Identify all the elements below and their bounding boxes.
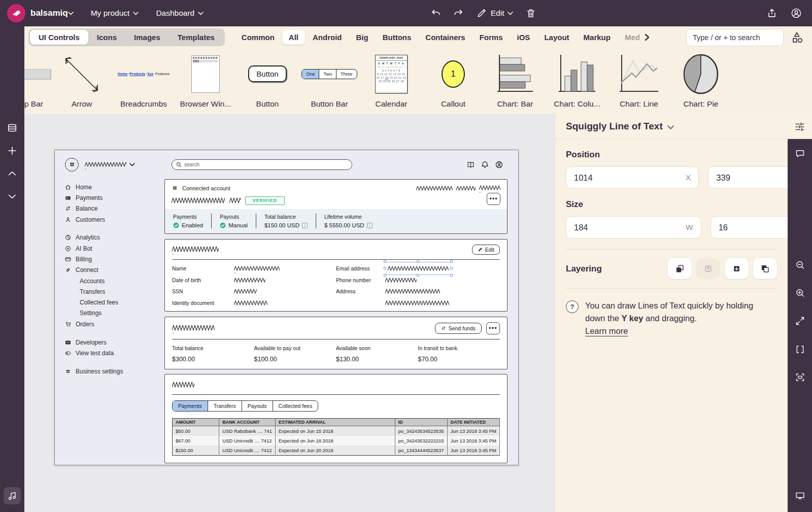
payments-table-panel[interactable]: Payments Transfers Payouts Collected fee… xyxy=(164,374,507,463)
edit-mode-menu[interactable]: Edit xyxy=(476,8,514,19)
edit-button[interactable]: Edit xyxy=(472,245,500,255)
mockup-nav-item[interactable]: Payments xyxy=(65,192,164,203)
mockup-logo-icon[interactable] xyxy=(65,158,79,172)
balance-panel[interactable]: Send funds Total balance$300.00 Availabl… xyxy=(164,317,507,369)
categories-scroll-right-button[interactable] xyxy=(644,33,652,41)
mockup-nav-item[interactable]: Settings xyxy=(65,308,164,319)
more-options-button[interactable] xyxy=(486,322,500,334)
mockup-nav-item[interactable]: Home xyxy=(65,182,164,192)
mockup-nav-item[interactable]: View test data xyxy=(65,348,164,358)
mockup-nav-item[interactable]: Billing xyxy=(65,254,164,264)
undo-button[interactable] xyxy=(427,5,445,22)
component-browser-window[interactable]: Browser Win... xyxy=(175,48,236,114)
component-chart-line[interactable]: Chart: Line xyxy=(608,48,670,114)
balance-heading-squiggle[interactable] xyxy=(172,325,215,331)
zoom-to-fit-button[interactable] xyxy=(791,312,808,329)
tab-images[interactable]: Images xyxy=(125,30,169,45)
zoom-in-button[interactable] xyxy=(791,284,808,301)
selection-brackets-button[interactable] xyxy=(791,340,808,358)
send-funds-button[interactable]: Send funds xyxy=(435,323,482,334)
component-button-bar[interactable]: OneTwoThree Button Bar xyxy=(298,48,360,114)
mockup-nav-item[interactable]: Balance xyxy=(65,203,164,214)
category-tab[interactable]: Forms xyxy=(473,30,510,45)
component-chart-column[interactable]: Chart: Colu... xyxy=(546,48,608,114)
mockup-nav-item[interactable]: Customers xyxy=(65,214,164,225)
name-value-squiggle[interactable] xyxy=(234,266,280,271)
more-options-button[interactable] xyxy=(487,193,500,205)
comments-panel-button[interactable] xyxy=(791,145,808,162)
component-app-bar[interactable]: App Bar xyxy=(24,48,51,114)
details-heading-squiggle[interactable] xyxy=(172,246,219,253)
address-value-squiggle-2[interactable] xyxy=(385,300,449,305)
tab-payouts[interactable]: Payouts xyxy=(242,401,273,411)
ssn-value-squiggle[interactable] xyxy=(234,289,257,294)
category-tab[interactable]: iOS xyxy=(511,30,537,45)
chevron-down-icon[interactable] xyxy=(667,125,674,129)
previous-page-button[interactable] xyxy=(4,165,21,182)
bring-forward-button[interactable] xyxy=(696,258,720,279)
component-breadcrumbs[interactable]: HomeProductsXyzFeatures Breadcrumbs xyxy=(113,48,175,114)
send-backward-button[interactable] xyxy=(725,258,749,279)
width-input[interactable] xyxy=(574,223,686,232)
redo-button[interactable] xyxy=(450,5,467,22)
mockup-nav-item[interactable]: Connect xyxy=(65,265,164,276)
category-tab[interactable]: Big xyxy=(350,30,375,45)
personal-details-panel[interactable]: Edit Name Date of birth SSN xyxy=(164,239,507,312)
table-row[interactable]: $50.00USD Rabobank .... 741Expected on J… xyxy=(173,426,500,436)
component-callout[interactable]: 1 Callout xyxy=(422,48,484,114)
focus-frame-button[interactable] xyxy=(791,368,808,386)
brand-menu-chevron-icon[interactable] xyxy=(68,12,74,15)
table-row[interactable]: $150.00USD Unicredit .... 7412Expected o… xyxy=(173,446,500,456)
category-tab[interactable]: Common xyxy=(235,30,281,45)
heading-squiggles[interactable] xyxy=(416,185,500,191)
wireframe-sheet[interactable]: search Home xyxy=(54,150,519,465)
mockup-nav-item[interactable]: AI Bot xyxy=(65,243,164,254)
docs-book-icon[interactable] xyxy=(467,161,475,168)
share-button[interactable] xyxy=(763,5,781,22)
component-calendar[interactable]: FEBRUARY 2025 S M T W T F S 26 27 28 29 … xyxy=(360,48,422,114)
identity-doc-value-squiggle[interactable] xyxy=(234,300,267,305)
profile-icon[interactable] xyxy=(495,161,503,168)
account-button[interactable] xyxy=(788,5,805,22)
library-search-input[interactable] xyxy=(686,29,784,46)
mockup-nav-item[interactable]: Business settings xyxy=(65,366,164,377)
add-page-button[interactable] xyxy=(4,142,21,159)
category-tab[interactable]: Android xyxy=(306,30,349,45)
tab-templates[interactable]: Templates xyxy=(169,30,223,45)
category-tab[interactable]: All xyxy=(282,30,305,45)
chevron-down-icon[interactable] xyxy=(129,163,135,166)
selected-squiggly-line[interactable] xyxy=(385,262,451,275)
table-row[interactable]: $67.00USD Unicredit .... 7412Expected on… xyxy=(173,436,500,446)
mockup-nav-item[interactable]: Orders xyxy=(65,319,164,329)
account-title-squiggle[interactable] xyxy=(172,197,225,203)
category-tab[interactable]: Med xyxy=(618,30,641,45)
connected-account-panel[interactable]: Connected account xyxy=(164,179,507,234)
table-heading-squiggle[interactable] xyxy=(172,382,194,388)
info-icon[interactable] xyxy=(302,223,308,228)
category-tab[interactable]: Containers xyxy=(419,30,471,45)
mockup-search-field[interactable]: search xyxy=(172,159,352,170)
component-chart-pie[interactable]: Chart: Pie xyxy=(670,48,732,114)
pages-panel-button[interactable] xyxy=(4,119,21,136)
info-icon[interactable] xyxy=(367,223,373,228)
next-page-button[interactable] xyxy=(4,188,21,205)
tab-icons[interactable]: Icons xyxy=(88,30,125,45)
shape-tools-button[interactable] xyxy=(787,28,807,47)
dob-value-squiggle[interactable] xyxy=(234,278,265,283)
page-menu[interactable]: Dashboard xyxy=(156,9,204,18)
width-field[interactable]: W xyxy=(566,216,701,238)
mockup-nav-item[interactable]: Analytics xyxy=(65,232,164,243)
zoom-out-button[interactable] xyxy=(791,256,808,274)
category-tab[interactable]: Buttons xyxy=(376,30,418,45)
wireframe-canvas[interactable]: search Home xyxy=(24,114,555,512)
wireframe-jazz-button[interactable] xyxy=(4,487,21,504)
mockup-nav-item[interactable]: Accounts xyxy=(65,276,164,286)
project-menu[interactable]: My product xyxy=(91,9,139,18)
mockup-nav-item[interactable]: Developers xyxy=(65,337,164,348)
properties-panel-toggle[interactable] xyxy=(788,114,812,139)
mockup-account-name-squiggle[interactable] xyxy=(85,162,126,167)
balsamiq-logo-icon[interactable] xyxy=(7,4,25,22)
category-tab[interactable]: Markup xyxy=(577,30,617,45)
component-button[interactable]: Button Button xyxy=(236,48,298,114)
send-to-back-button[interactable] xyxy=(753,258,777,279)
